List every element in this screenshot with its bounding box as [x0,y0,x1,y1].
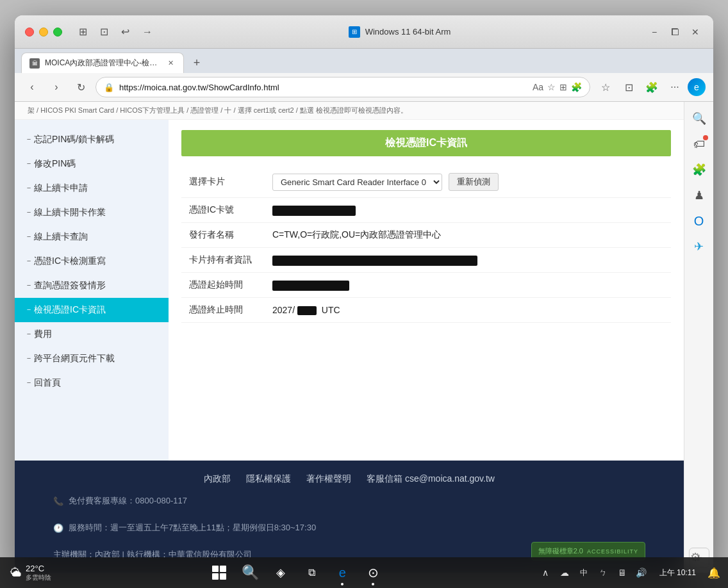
nav-item-4[interactable]: 線上續卡查詢 [15,225,169,249]
start-button[interactable] [205,559,233,587]
footer-link-3[interactable]: 客服信箱 cse@moica.nat.gov.tw [367,473,495,485]
mac-window: ⊞ ⊡ ↩ → ⊞ Windows 11 64-bit Arm − ⧠ ✕ 🏛 … [15,15,713,573]
browser-tabs-bar: 🏛 MOICA內政部憑證管理中心-檢視... ✕ + [15,49,713,73]
back-icon[interactable]: ↩ [121,26,129,38]
sidebar-game-icon[interactable]: ♟ [688,184,711,207]
tab-close-button[interactable]: ✕ [165,58,176,69]
minimize-button[interactable] [39,28,48,37]
chrome-taskbar-button[interactable]: ⊙ [359,559,387,587]
sidebar-toggle-icon[interactable]: ⊞ [79,26,87,38]
win-restore-btn[interactable]: ⧠ [667,26,682,38]
weather-desc: 多雲時陰 [26,573,51,582]
nav-item-2[interactable]: 線上續卡申請 [15,176,169,200]
view-icon[interactable]: ⊡ [100,26,108,38]
tray-volume-icon[interactable]: 🔊 [633,564,650,582]
favorites-icon[interactable]: ☆ [547,82,556,92]
footer-links: 內政部 隱私權保護 著作權聲明 客服信箱 cse@moica.nat.gov.t… [53,473,645,485]
widgets-button[interactable]: ◈ [267,559,295,587]
tray-cloud-icon[interactable]: ☁ [556,564,574,582]
tray-lang-back-icon[interactable]: ㄅ [594,564,612,582]
table-row-card-select: 選擇卡片 Generic Smart Card Reader Interface… [181,167,671,198]
page-content: 架 / HICOS PKI Smart Card / HICOS下方管理上具 /… [15,102,684,573]
nav-item-7[interactable]: 檢視憑證IC卡資訊 [15,298,169,322]
nav-item-1[interactable]: 修改PIN碼 [15,152,169,176]
toolbar-ext-icon[interactable]: 🧩 [641,77,662,97]
weather-text: 22°C 多雲時陰 [26,564,51,582]
new-tab-button[interactable]: + [186,53,207,73]
read-aloud-icon[interactable]: Aa [533,82,543,92]
taskbar-tray-icons: ∧ ☁ 中 ㄅ 🖥 🔊 [536,564,650,582]
nav-item-0[interactable]: 忘記PIN碼/鎖卡解碼 [15,127,169,152]
toolbar-collect-icon[interactable]: ⊡ [618,77,639,97]
edge-profile-icon[interactable]: e [688,78,706,96]
table-row-end-time: 憑證終止時間 2027/ UTC [181,298,671,323]
field-label-card: 選擇卡片 [181,167,265,198]
tray-chevron-icon[interactable]: ∧ [536,564,554,582]
sidebar-telegram-icon[interactable]: ✈ [688,235,711,258]
forward-icon[interactable]: → [142,26,153,38]
field-label-ic-number: 憑證IC卡號 [181,198,265,223]
traffic-lights [25,28,62,37]
taskbar-right: ∧ ☁ 中 ㄅ 🖥 🔊 上午 10:11 🔔 [536,564,723,582]
toolbar-fav-icon[interactable]: ☆ [595,77,616,97]
forward-nav-button[interactable]: › [47,78,66,97]
tray-lang-zh-icon[interactable]: 中 [575,564,593,582]
field-value-issuer: C=TW,O=行政院,OU=內政部憑證管理中心 [265,223,671,248]
footer-hours: 服務時間：週一至週五上午7點至晚上11點；星期例假日8:30~17:30 [69,522,316,534]
card-select-wrapper: Generic Smart Card Reader Interface 0 重新… [272,173,663,191]
windows-icon: ⊞ [349,26,360,38]
nav-item-3[interactable]: 線上續卡開卡作業 [15,200,169,225]
back-nav-button[interactable]: ‹ [22,78,42,97]
accessibility-line1: 無障礙標章2.0 [538,546,583,556]
weather-temp: 22°C [26,564,51,573]
phone-icon: 📞 [53,496,63,506]
refresh-nav-button[interactable]: ↻ [71,78,90,97]
end-time-suffix: UTC [322,305,340,315]
browser-content-area: 架 / HICOS PKI Smart Card / HICOS下方管理上具 /… [15,102,713,573]
notification-bell-icon[interactable]: 🔔 [705,564,723,582]
field-value-ic-number [265,198,671,223]
taskbar-time[interactable]: 上午 10:11 [654,568,701,578]
weather-widget[interactable]: 🌥 22°C 多雲時陰 [5,561,56,585]
win-minimize-btn[interactable]: − [647,26,662,38]
search-button[interactable]: 🔍 [236,559,264,587]
collections-icon[interactable]: ⊞ [559,82,567,92]
close-button[interactable] [25,28,34,37]
footer-link-2[interactable]: 著作權聲明 [306,473,351,485]
windows-taskbar: 🌥 22°C 多雲時陰 🔍 ◈ ⧉ e ⊙ ∧ ☁ 中 ㄅ 🖥 [0,557,728,588]
footer-link-0[interactable]: 內政部 [204,473,231,485]
table-row-ic-number: 憑證IC卡號 [181,198,671,223]
extensions-icon[interactable]: 🧩 [571,82,582,92]
nav-item-9[interactable]: 跨平台網頁元件下載 [15,347,169,371]
address-bar-icons: Aa ☆ ⊞ 🧩 [533,82,582,92]
field-value-holder [265,248,671,273]
nav-item-10[interactable]: 回首頁 [15,371,169,395]
sidebar-tag-icon[interactable]: 🏷 [688,133,711,156]
content-area: 檢視憑證IC卡資訊 選擇卡片 Generic Smart Card Reader… [169,120,684,461]
browser-tab-active[interactable]: 🏛 MOICA內政部憑證管理中心-檢視... ✕ [21,53,184,73]
taskbar-center-icons: 🔍 ◈ ⧉ e ⊙ [56,559,536,587]
rescan-button[interactable]: 重新偵測 [449,173,499,191]
windows-logo-icon [212,566,226,580]
taskbar-time-text: 上午 10:11 [659,568,696,578]
toolbar-more-icon[interactable]: ··· [665,77,685,97]
main-layout: 忘記PIN碼/鎖卡解碼 修改PIN碼 線上續卡申請 線上續卡開卡作業 線上續卡查… [15,120,684,461]
edge-taskbar-button[interactable]: e [328,559,356,587]
taskview-button[interactable]: ⧉ [297,559,326,587]
nav-item-5[interactable]: 憑證IC卡檢測重寫 [15,249,169,274]
maximize-button[interactable] [53,28,62,37]
footer-link-1[interactable]: 隱私權保護 [246,473,291,485]
table-row-issuer: 發行者名稱 C=TW,O=行政院,OU=內政部憑證管理中心 [181,223,671,248]
card-select-dropdown[interactable]: Generic Smart Card Reader Interface 0 [272,174,442,191]
sidebar-extension-icon[interactable]: 🧩 [688,158,711,181]
address-bar[interactable]: 🔒 https://moica.nat.gov.tw/ShowCardInfo.… [95,77,590,97]
tray-display-icon[interactable]: 🖥 [613,564,631,582]
win-close-btn[interactable]: ✕ [688,26,703,38]
tab-favicon: 🏛 [29,58,40,69]
sidebar-search-icon[interactable]: 🔍 [688,107,711,130]
redacted-start-time [272,281,349,291]
tab-label: MOICA內政部憑證管理中心-檢視... [45,58,160,69]
nav-item-6[interactable]: 查詢憑證簽發情形 [15,274,169,298]
nav-item-8[interactable]: 費用 [15,322,169,347]
sidebar-outlook-icon[interactable]: O [688,209,711,233]
